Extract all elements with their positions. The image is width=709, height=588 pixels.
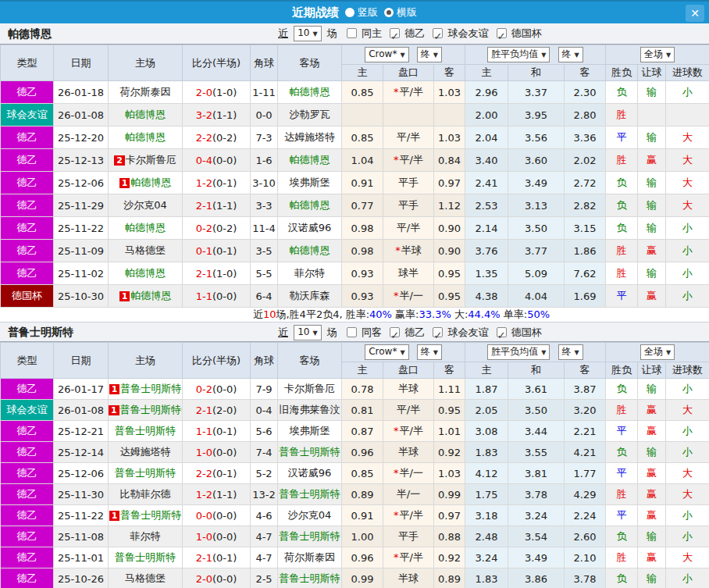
avg-away-cell: 2.72: [565, 172, 606, 194]
match-type: 德乙: [1, 505, 54, 526]
match-type: 德乙: [1, 379, 54, 400]
final-odds-select[interactable]: 终▼: [417, 344, 442, 360]
halftime-score: (0-2): [212, 132, 237, 144]
horizontal-layout-radio[interactable]: [384, 8, 394, 17]
team-label: 帕德博恩: [125, 109, 166, 120]
team-label: 帕德博恩: [290, 199, 330, 211]
avg-odds-select[interactable]: 胜平负均值▼: [487, 344, 550, 360]
handicap-cell: 半球: [383, 442, 434, 463]
corner-cell: 1-11: [251, 81, 278, 104]
result-goals-cell: 小: [666, 285, 709, 308]
halftime-score: (0-0): [212, 510, 237, 522]
away-odds-cell: 0.97: [434, 172, 465, 194]
league-checkbox-bundesliga2[interactable]: [390, 28, 400, 38]
avg-away-cell: 1.77: [565, 463, 606, 484]
halftime-score: (0-0): [212, 383, 237, 395]
same-away-checkbox[interactable]: [347, 327, 357, 337]
caret-down-icon: ▼: [433, 349, 438, 356]
handicap-cell: *平/半: [383, 149, 434, 172]
league-checkbox-dfbpokal[interactable]: [497, 28, 507, 38]
avg-odds-select[interactable]: 胜平负均值▼: [487, 47, 550, 62]
match-count-select[interactable]: 10▼: [294, 26, 321, 41]
league-label-dfbpokal[interactable]: 德国杯: [511, 326, 542, 338]
match-date: 25-10-26: [54, 568, 109, 588]
avg-draw-cell: 3.49: [508, 172, 565, 194]
halftime-score: (0-1): [212, 426, 237, 437]
result-goals-cell: 小: [666, 217, 709, 240]
avg-draw-cell: 3.55: [508, 442, 565, 463]
home-odds-cell: [342, 104, 383, 127]
close-button[interactable]: ✕: [686, 5, 704, 22]
summary-segment: 场,胜4平2负4, 胜率:: [276, 308, 369, 320]
away-team-cell: 普鲁士明斯特: [278, 568, 342, 588]
avg-home-cell: 2.53: [465, 194, 508, 217]
final-odds-select[interactable]: 终▼: [417, 47, 442, 62]
league-label-friendly[interactable]: 球会友谊: [448, 326, 489, 338]
caret-down-icon: ▼: [312, 30, 317, 37]
team-section-header-1: 帕德博恩 近 10▼ 场 同主 德乙 球会友谊 德国杯: [0, 23, 709, 45]
same-home-checkbox[interactable]: [347, 28, 357, 38]
league-checkbox-dfbpokal[interactable]: [497, 327, 507, 337]
result-wdl-cell: 胜: [606, 484, 638, 505]
league-checkbox-friendly[interactable]: [433, 327, 443, 337]
fulltime-score: 0-0: [196, 510, 212, 522]
league-label-friendly[interactable]: 球会友谊: [448, 27, 489, 39]
avg-away-cell: 1.69: [565, 285, 606, 308]
league-checkbox-friendly[interactable]: [433, 28, 443, 38]
corner-cell: 5-2: [251, 463, 278, 484]
league-checkbox-bundesliga2[interactable]: [390, 327, 400, 337]
avg-home-cell: 1.83: [465, 568, 508, 588]
team-label: 沙勒罗瓦: [290, 109, 330, 120]
scope-select[interactable]: 全场▼: [640, 344, 675, 360]
away-odds-cell: 0.97: [434, 505, 465, 526]
away-team-cell: 埃弗斯堡: [278, 421, 342, 442]
col-home: 主场: [109, 45, 183, 81]
halftime-score: (0-0): [212, 447, 237, 458]
handicap-cell: *平/半: [383, 81, 434, 104]
changed-odds-star: *: [394, 509, 399, 521]
handicap-cell: [383, 104, 434, 127]
result-wdl-cell: 负: [606, 442, 638, 463]
team-label: 普鲁士明斯特: [280, 488, 340, 500]
corner-cell: 4-7: [251, 526, 278, 547]
away-team-cell: 荷尔斯泰因: [278, 547, 342, 568]
away-odds-cell: 0.90: [434, 217, 465, 240]
caret-down-icon: ▼: [400, 52, 404, 59]
vertical-layout-radio[interactable]: [345, 8, 354, 17]
same-away-label[interactable]: 同客: [362, 326, 382, 338]
home-team-cell: 帕德博恩: [109, 217, 183, 240]
score-cell: 2-2(0-1): [183, 463, 251, 484]
near-link[interactable]: 近: [278, 27, 288, 39]
match-count-select[interactable]: 10▼: [294, 325, 321, 340]
avg-away-cell: 2.02: [565, 149, 606, 172]
near-link[interactable]: 近: [278, 326, 288, 338]
final-odds-select-2[interactable]: 终▼: [558, 47, 583, 62]
away-team-cell: 旧海弗莱鲁汶: [278, 400, 342, 421]
bookmaker-select[interactable]: Crow*▼: [365, 47, 408, 62]
home-team-cell: 普鲁士明斯特: [109, 463, 183, 484]
col-avg-draw: 和: [508, 362, 565, 379]
match-date: 25-11-08: [54, 526, 109, 547]
result-handicap-cell: 输: [638, 127, 666, 149]
result-handicap-cell: 赢: [638, 421, 666, 442]
score-cell: 2-1(2-0): [183, 400, 251, 421]
league-label-bundesliga2[interactable]: 德乙: [404, 326, 425, 338]
col-handicap: 盘口: [383, 362, 434, 379]
col-odds-home: 主: [342, 362, 383, 379]
team-label: 勒沃库森: [290, 290, 330, 301]
away-odds-cell: 0.95: [434, 262, 465, 285]
horizontal-layout-label[interactable]: 横版: [397, 5, 417, 20]
corner-cell: 11-4: [251, 217, 278, 240]
league-label-bundesliga2[interactable]: 德乙: [404, 27, 425, 39]
team-label: 帕德博恩: [125, 222, 166, 233]
scope-select[interactable]: 全场▼: [640, 47, 675, 62]
final-odds-select-2[interactable]: 终▼: [558, 344, 583, 360]
same-home-label[interactable]: 同主: [362, 27, 382, 39]
match-date: 26-01-08: [54, 400, 109, 421]
vertical-layout-label[interactable]: 竖版: [358, 5, 378, 20]
match-date: 25-11-30: [54, 484, 109, 505]
bookmaker-select[interactable]: Crow*▼: [365, 344, 408, 360]
league-label-dfbpokal[interactable]: 德国杯: [511, 27, 542, 39]
corner-cell: 6-4: [251, 285, 278, 308]
score-cell: 0-4(0-0): [183, 149, 251, 172]
